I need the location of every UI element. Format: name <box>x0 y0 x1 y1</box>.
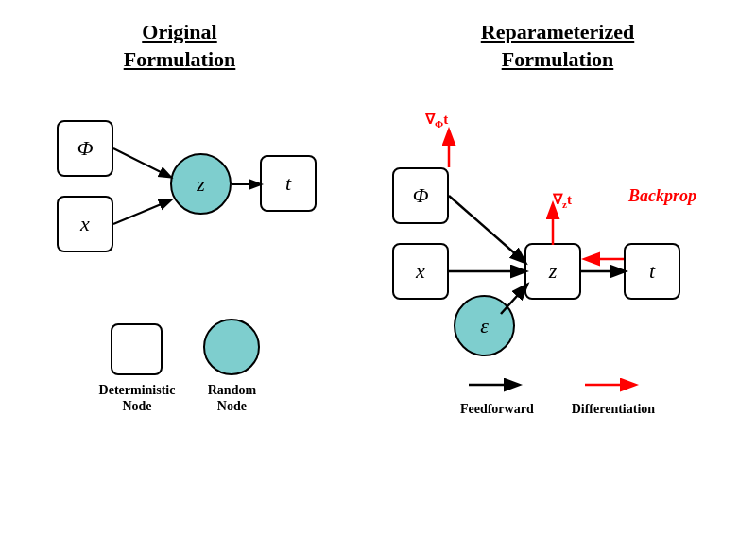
legend-rand-node <box>203 319 260 375</box>
det-legend-label: Deterministic Node <box>99 383 176 415</box>
x-label-right: x <box>416 259 425 284</box>
z-label-right: z <box>549 259 558 284</box>
left-title-line1: Original <box>142 20 216 43</box>
backprop-label: Backprop <box>628 186 696 206</box>
differentiation-label: Differentiation <box>572 402 655 417</box>
feedforward-arrow-svg <box>469 375 525 394</box>
right-legend: Feedforward Differentiation <box>460 375 655 417</box>
x-node-left: x <box>57 196 113 252</box>
phi-label-right: Φ <box>413 183 429 208</box>
right-title-line1: Reparameterized <box>481 20 634 43</box>
feedforward-legend: Feedforward <box>460 375 534 417</box>
backprop-text: Backprop <box>628 186 696 205</box>
phi-node-left: Φ <box>57 120 113 177</box>
differentiation-arrow-svg <box>585 375 642 394</box>
left-title: Original Formulation <box>124 19 236 73</box>
feedforward-label: Feedforward <box>460 402 534 417</box>
main-container: Original Formulation Φ x z t <box>0 0 756 537</box>
grad-z-text: ∇zt <box>553 192 572 207</box>
z-node-left: z <box>170 153 232 215</box>
t-label-right: t <box>649 259 655 284</box>
phi-label-left: Φ <box>77 136 94 161</box>
grad-phi-text: ∇Φt <box>425 112 448 127</box>
right-diagram: ∇Φt ∇zt Backprop Φ x ε z <box>378 111 737 356</box>
rand-legend-label: Random Node <box>208 383 256 415</box>
phi-node-right: Φ <box>392 167 449 224</box>
svg-line-3 <box>449 196 524 262</box>
svg-line-0 <box>113 148 170 177</box>
x-label-left: x <box>80 212 90 236</box>
t-label-left: t <box>285 171 291 196</box>
rand-legend-item: Random Node <box>203 319 260 415</box>
left-diagram: Φ x z t <box>47 101 312 290</box>
right-arrows <box>378 111 737 356</box>
left-title-line2: Formulation <box>124 47 236 71</box>
grad-z-label: ∇zt <box>553 191 572 210</box>
right-title-line2: Formulation <box>502 47 614 71</box>
x-node-right: x <box>392 243 449 300</box>
epsilon-label-right: ε <box>480 314 489 338</box>
right-title: Reparameterized Formulation <box>481 19 634 73</box>
det-legend-item: Deterministic Node <box>99 323 176 415</box>
differentiation-legend: Differentiation <box>572 375 655 417</box>
left-legend: Deterministic Node Random Node <box>99 319 261 415</box>
epsilon-node-right: ε <box>454 295 515 356</box>
t-node-left: t <box>260 155 317 212</box>
right-panel: Reparameterized Formulation ∇Φt ∇zt Back… <box>359 0 756 537</box>
svg-line-1 <box>113 200 170 224</box>
legend-det-node <box>111 323 163 375</box>
left-panel: Original Formulation Φ x z t <box>0 0 359 537</box>
grad-phi-label: ∇Φt <box>425 111 448 130</box>
z-label-left: z <box>197 172 205 197</box>
z-node-right: z <box>524 243 581 300</box>
t-node-right: t <box>624 243 680 300</box>
